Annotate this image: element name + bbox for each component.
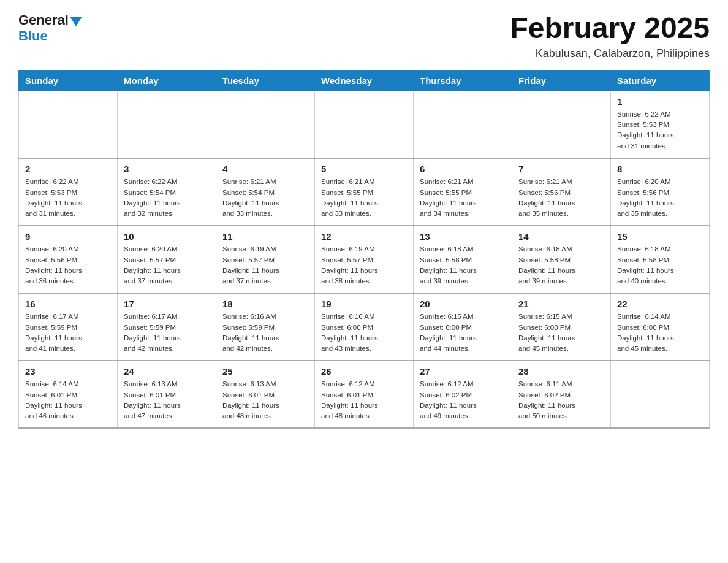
calendar-cell: 22Sunrise: 6:14 AM Sunset: 6:00 PM Dayli…	[611, 293, 710, 361]
day-number: 5	[321, 164, 407, 174]
calendar-cell	[315, 91, 414, 158]
calendar-table: SundayMondayTuesdayWednesdayThursdayFrid…	[18, 70, 710, 429]
day-info: Sunrise: 6:16 AM Sunset: 6:00 PM Dayligh…	[321, 312, 407, 354]
calendar-cell: 20Sunrise: 6:15 AM Sunset: 6:00 PM Dayli…	[414, 293, 512, 361]
day-number: 19	[321, 299, 407, 309]
month-year-title: February 2025	[510, 12, 710, 45]
calendar-cell: 23Sunrise: 6:14 AM Sunset: 6:01 PM Dayli…	[19, 361, 118, 428]
calendar-cell: 9Sunrise: 6:20 AM Sunset: 5:56 PM Daylig…	[19, 226, 118, 293]
day-info: Sunrise: 6:17 AM Sunset: 5:59 PM Dayligh…	[124, 312, 210, 354]
location-subtitle: Kabulusan, Calabarzon, Philippines	[510, 47, 710, 60]
calendar-cell: 27Sunrise: 6:12 AM Sunset: 6:02 PM Dayli…	[414, 361, 512, 428]
calendar-cell: 21Sunrise: 6:15 AM Sunset: 6:00 PM Dayli…	[512, 293, 611, 361]
calendar-cell: 8Sunrise: 6:20 AM Sunset: 5:56 PM Daylig…	[611, 158, 710, 226]
calendar-week-row: 2Sunrise: 6:22 AM Sunset: 5:53 PM Daylig…	[19, 158, 710, 226]
calendar-cell: 12Sunrise: 6:19 AM Sunset: 5:57 PM Dayli…	[315, 226, 414, 293]
day-info: Sunrise: 6:20 AM Sunset: 5:57 PM Dayligh…	[124, 244, 210, 286]
day-info: Sunrise: 6:14 AM Sunset: 6:00 PM Dayligh…	[617, 312, 703, 354]
calendar-week-row: 16Sunrise: 6:17 AM Sunset: 5:59 PM Dayli…	[19, 293, 710, 361]
calendar-cell	[611, 361, 710, 428]
day-info: Sunrise: 6:13 AM Sunset: 6:01 PM Dayligh…	[124, 379, 210, 421]
logo-triangle-icon	[70, 17, 82, 26]
calendar-week-row: 23Sunrise: 6:14 AM Sunset: 6:01 PM Dayli…	[19, 361, 710, 428]
day-info: Sunrise: 6:12 AM Sunset: 6:01 PM Dayligh…	[321, 379, 407, 421]
weekday-header-saturday: Saturday	[611, 70, 710, 91]
calendar-cell: 13Sunrise: 6:18 AM Sunset: 5:58 PM Dayli…	[414, 226, 512, 293]
day-number: 2	[25, 164, 111, 174]
day-info: Sunrise: 6:22 AM Sunset: 5:53 PM Dayligh…	[25, 177, 111, 219]
logo-blue-text: Blue	[18, 28, 48, 44]
calendar-cell: 26Sunrise: 6:12 AM Sunset: 6:01 PM Dayli…	[315, 361, 414, 428]
calendar-cell: 15Sunrise: 6:18 AM Sunset: 5:58 PM Dayli…	[611, 226, 710, 293]
calendar-cell	[118, 91, 216, 158]
calendar-cell: 3Sunrise: 6:22 AM Sunset: 5:54 PM Daylig…	[118, 158, 216, 226]
calendar-cell	[512, 91, 611, 158]
day-info: Sunrise: 6:18 AM Sunset: 5:58 PM Dayligh…	[518, 244, 604, 286]
day-info: Sunrise: 6:21 AM Sunset: 5:54 PM Dayligh…	[222, 177, 308, 219]
calendar-cell	[414, 91, 512, 158]
day-info: Sunrise: 6:13 AM Sunset: 6:01 PM Dayligh…	[222, 379, 308, 421]
day-info: Sunrise: 6:15 AM Sunset: 6:00 PM Dayligh…	[420, 312, 506, 354]
day-info: Sunrise: 6:21 AM Sunset: 5:55 PM Dayligh…	[321, 177, 407, 219]
calendar-cell: 6Sunrise: 6:21 AM Sunset: 5:55 PM Daylig…	[414, 158, 512, 226]
calendar-cell: 4Sunrise: 6:21 AM Sunset: 5:54 PM Daylig…	[216, 158, 315, 226]
day-info: Sunrise: 6:18 AM Sunset: 5:58 PM Dayligh…	[617, 244, 703, 286]
day-number: 10	[124, 231, 210, 242]
calendar-cell	[19, 91, 118, 158]
calendar-cell: 11Sunrise: 6:19 AM Sunset: 5:57 PM Dayli…	[216, 226, 315, 293]
day-number: 12	[321, 231, 407, 242]
day-number: 28	[518, 366, 604, 377]
title-section: February 2025 Kabulusan, Calabarzon, Phi…	[510, 12, 710, 60]
calendar-cell: 10Sunrise: 6:20 AM Sunset: 5:57 PM Dayli…	[118, 226, 216, 293]
day-number: 9	[25, 231, 111, 242]
calendar-cell: 19Sunrise: 6:16 AM Sunset: 6:00 PM Dayli…	[315, 293, 414, 361]
weekday-header-tuesday: Tuesday	[216, 70, 315, 91]
day-number: 13	[420, 231, 506, 242]
day-info: Sunrise: 6:19 AM Sunset: 5:57 PM Dayligh…	[321, 244, 407, 286]
day-info: Sunrise: 6:12 AM Sunset: 6:02 PM Dayligh…	[420, 379, 506, 421]
calendar-cell: 16Sunrise: 6:17 AM Sunset: 5:59 PM Dayli…	[19, 293, 118, 361]
day-number: 3	[124, 164, 210, 174]
day-number: 23	[25, 366, 111, 377]
calendar-week-row: 9Sunrise: 6:20 AM Sunset: 5:56 PM Daylig…	[19, 226, 710, 293]
day-number: 18	[222, 299, 308, 309]
calendar-cell: 28Sunrise: 6:11 AM Sunset: 6:02 PM Dayli…	[512, 361, 611, 428]
day-info: Sunrise: 6:15 AM Sunset: 6:00 PM Dayligh…	[518, 312, 604, 354]
calendar-cell: 17Sunrise: 6:17 AM Sunset: 5:59 PM Dayli…	[118, 293, 216, 361]
calendar-cell: 5Sunrise: 6:21 AM Sunset: 5:55 PM Daylig…	[315, 158, 414, 226]
weekday-header-friday: Friday	[512, 70, 611, 91]
weekday-header-sunday: Sunday	[19, 70, 118, 91]
day-number: 20	[420, 299, 506, 309]
day-number: 11	[222, 231, 308, 242]
page-header: General Blue February 2025 Kabulusan, Ca…	[18, 12, 710, 60]
logo-general-text: General	[18, 12, 69, 28]
weekday-header-row: SundayMondayTuesdayWednesdayThursdayFrid…	[19, 70, 710, 91]
day-info: Sunrise: 6:22 AM Sunset: 5:54 PM Dayligh…	[124, 177, 210, 219]
calendar-cell: 18Sunrise: 6:16 AM Sunset: 5:59 PM Dayli…	[216, 293, 315, 361]
day-info: Sunrise: 6:21 AM Sunset: 5:56 PM Dayligh…	[518, 177, 604, 219]
calendar-cell	[216, 91, 315, 158]
day-number: 1	[617, 96, 703, 107]
day-number: 17	[124, 299, 210, 309]
day-info: Sunrise: 6:18 AM Sunset: 5:58 PM Dayligh…	[420, 244, 506, 286]
day-info: Sunrise: 6:11 AM Sunset: 6:02 PM Dayligh…	[518, 379, 604, 421]
day-number: 7	[518, 164, 604, 174]
day-number: 4	[222, 164, 308, 174]
day-number: 26	[321, 366, 407, 377]
calendar-cell: 1Sunrise: 6:22 AM Sunset: 5:53 PM Daylig…	[611, 91, 710, 158]
calendar-cell: 24Sunrise: 6:13 AM Sunset: 6:01 PM Dayli…	[118, 361, 216, 428]
logo: General Blue	[18, 12, 82, 44]
day-info: Sunrise: 6:14 AM Sunset: 6:01 PM Dayligh…	[25, 379, 111, 421]
day-number: 25	[222, 366, 308, 377]
calendar-cell: 14Sunrise: 6:18 AM Sunset: 5:58 PM Dayli…	[512, 226, 611, 293]
day-number: 21	[518, 299, 604, 309]
day-info: Sunrise: 6:22 AM Sunset: 5:53 PM Dayligh…	[617, 109, 703, 151]
weekday-header-monday: Monday	[118, 70, 216, 91]
day-info: Sunrise: 6:21 AM Sunset: 5:55 PM Dayligh…	[420, 177, 506, 219]
day-number: 14	[518, 231, 604, 242]
calendar-cell: 25Sunrise: 6:13 AM Sunset: 6:01 PM Dayli…	[216, 361, 315, 428]
calendar-cell: 2Sunrise: 6:22 AM Sunset: 5:53 PM Daylig…	[19, 158, 118, 226]
day-info: Sunrise: 6:20 AM Sunset: 5:56 PM Dayligh…	[617, 177, 703, 219]
day-number: 24	[124, 366, 210, 377]
day-number: 15	[617, 231, 703, 242]
